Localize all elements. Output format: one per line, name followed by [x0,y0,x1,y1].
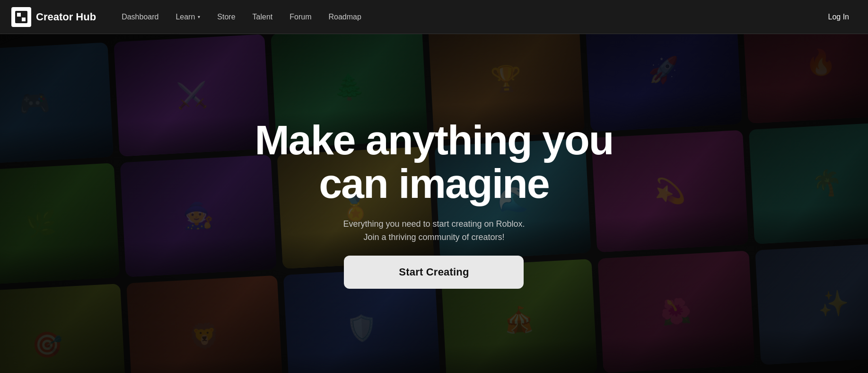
nav-item-forum[interactable]: Forum [283,9,318,25]
brand-logo-link[interactable]: Creator Hub [11,7,96,27]
nav-item-learn[interactable]: Learn ▾ [169,9,207,25]
nav-item-dashboard[interactable]: Dashboard [115,9,165,25]
hero-subtext: Everything you need to start creating on… [343,217,525,245]
hero-heading: Make anything you can imagine [254,118,613,206]
brand-title: Creator Hub [36,11,96,23]
login-button[interactable]: Log In [821,9,857,25]
hero-content: Make anything you can imagine Everything… [254,118,613,289]
nav-item-store[interactable]: Store [210,9,242,25]
nav-menu: Dashboard Learn ▾ Store Talent Forum Roa… [115,9,820,25]
svg-rect-2 [17,13,21,17]
navbar: Creator Hub Dashboard Learn ▾ Store Tale… [0,0,868,34]
learn-dropdown-chevron: ▾ [198,14,200,19]
nav-item-talent[interactable]: Talent [246,9,280,25]
nav-item-roadmap[interactable]: Roadmap [322,9,368,25]
brand-logo-icon [11,7,31,27]
hero-section: 🎮⚔️🌲🏆🚀🔥🌿🧙🏅🌊💫🌴🎯🦁🛡️🎪🌺✨ Make anything you c… [0,34,868,373]
svg-rect-3 [22,18,26,21]
svg-rect-1 [15,11,27,23]
start-creating-button[interactable]: Start Creating [344,256,524,289]
